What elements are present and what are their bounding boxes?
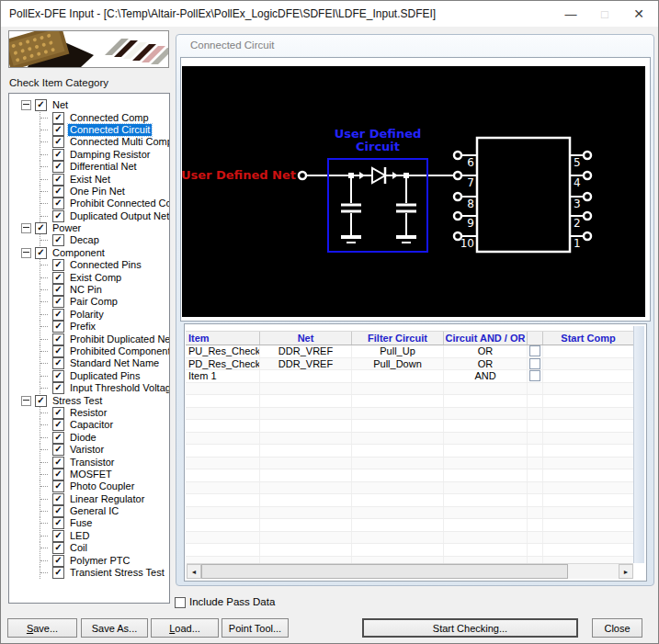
checkbox-cell[interactable]	[528, 358, 543, 370]
tree-item-label[interactable]: Connected Multi Comp	[68, 136, 170, 148]
tree-item-row[interactable]: ✓Fuse	[9, 517, 169, 529]
tree-item-row[interactable]: ✓Connected Comp	[9, 111, 169, 123]
table-cell[interactable]: Pull_Up	[352, 345, 444, 357]
maximize-button[interactable]: □	[589, 1, 620, 27]
tree-item-checkbox[interactable]: ✓	[52, 480, 64, 492]
tree-item-label[interactable]: Transistor	[68, 457, 117, 469]
tree-item-row[interactable]: ✓LED	[9, 530, 169, 542]
tree-category-row[interactable]: ✓Net	[9, 99, 169, 111]
tree-category-row[interactable]: ✓Component	[9, 247, 169, 259]
save-button[interactable]: Save...	[7, 618, 77, 638]
tree-item-label[interactable]: Pair Comp	[68, 296, 119, 308]
close-icon[interactable]: ✕	[623, 1, 654, 27]
tree-item-checkbox[interactable]: ✓	[52, 333, 64, 345]
tree-item-row[interactable]: ✓Transient Stress Test	[9, 567, 169, 579]
tree-item-label[interactable]: Differential Net	[68, 161, 139, 173]
tree-item-label[interactable]: Polarity	[68, 309, 106, 321]
tree-item-checkbox[interactable]: ✓	[52, 382, 64, 394]
tree-item-row[interactable]: ✓Prohibit Duplicated Net	[9, 333, 169, 345]
tree-item-row[interactable]: ✓Prohibit Connected Comp	[9, 198, 169, 209]
tree-category-row[interactable]: ✓Power	[9, 222, 169, 234]
tree-item-row[interactable]: ✓Connected Circuit	[9, 124, 169, 136]
tree-item-checkbox[interactable]: ✓	[52, 419, 64, 431]
table-cell[interactable]	[352, 370, 444, 382]
tree-item-label[interactable]: Linear Regulator	[68, 493, 146, 505]
table-cell[interactable]: DDR_VREF	[260, 345, 352, 357]
table-cell[interactable]	[543, 370, 633, 382]
tree-item-label[interactable]: Fuse	[68, 517, 94, 529]
tree-item-label[interactable]: Connected Circuit	[68, 124, 152, 136]
tree-item-row[interactable]: ✓Polymer PTC	[9, 554, 169, 566]
table-cell[interactable]	[543, 345, 633, 357]
start-comp-checkbox[interactable]	[529, 345, 540, 356]
tree-item-checkbox[interactable]: ✓	[35, 99, 47, 111]
tree-item-checkbox[interactable]: ✓	[35, 395, 47, 407]
tree-item-row[interactable]: ✓Resistor	[9, 407, 169, 419]
tree-item-checkbox[interactable]: ✓	[35, 247, 47, 259]
vertical-scrollbar[interactable]	[633, 326, 644, 563]
tree-item-label[interactable]: Duplicated Output Net	[68, 210, 170, 222]
tree-item-label[interactable]: Power	[51, 222, 83, 234]
tree-item-label[interactable]: Input Threshold Voltage	[68, 382, 170, 394]
tree-item-checkbox[interactable]: ✓	[52, 309, 64, 321]
tree-item-row[interactable]: ✓Polarity	[9, 309, 169, 321]
table-cell[interactable]: AND	[444, 370, 528, 382]
point-tool-button[interactable]: Point Tool...	[222, 618, 289, 638]
tree-item-label[interactable]: Prohibit Connected Comp	[68, 198, 170, 209]
tree-item-row[interactable]: ✓Photo Coupler	[9, 480, 169, 492]
tree-item-label[interactable]: Connected Comp	[68, 112, 151, 124]
table-cell[interactable]: Item 1	[186, 370, 260, 382]
tree-item-checkbox[interactable]: ✓	[52, 432, 64, 444]
tree-item-checkbox[interactable]: ✓	[52, 124, 64, 136]
tree-item-checkbox[interactable]: ✓	[52, 161, 64, 173]
tree-item-row[interactable]: ✓Differential Net	[9, 161, 169, 173]
scroll-right-icon[interactable]: ►	[619, 564, 633, 579]
tree-item-label[interactable]: Component	[51, 247, 107, 259]
table-cell[interactable]: PU_Res_Check	[186, 345, 260, 357]
tree-item-row[interactable]: ✓Duplicated Output Net	[9, 210, 169, 222]
tree-item-checkbox[interactable]: ✓	[52, 284, 64, 296]
tree-item-label[interactable]: General IC	[68, 505, 120, 517]
tree-item-row[interactable]: ✓Exist Comp	[9, 271, 169, 283]
tree-item-label[interactable]: Diode	[68, 432, 98, 444]
tree-item-checkbox[interactable]: ✓	[52, 321, 64, 333]
tree-item-row[interactable]: ✓Varistor	[9, 444, 169, 456]
tree-item-checkbox[interactable]: ✓	[52, 112, 64, 124]
tree-item-checkbox[interactable]: ✓	[52, 567, 64, 579]
tree-item-label[interactable]: Transient Stress Test	[68, 567, 166, 579]
tree-item-label[interactable]: Resistor	[68, 407, 108, 419]
tree-item-row[interactable]: ✓Input Threshold Voltage	[9, 382, 169, 394]
load-button[interactable]: Load...	[151, 618, 219, 638]
tree-item-label[interactable]: Varistor	[68, 444, 106, 456]
tree-item-checkbox[interactable]: ✓	[52, 234, 64, 246]
collapse-minus-icon[interactable]	[21, 396, 31, 406]
tree-item-checkbox[interactable]: ✓	[52, 444, 64, 456]
tree-item-checkbox[interactable]: ✓	[52, 136, 64, 148]
tree-item-label[interactable]: Standard Net Name	[68, 357, 161, 369]
scrollbar-thumb[interactable]	[201, 564, 568, 579]
tree-item-label[interactable]: One Pin Net	[68, 186, 127, 198]
tree-item-row[interactable]: ✓MOSFET	[9, 469, 169, 480]
tree-item-row[interactable]: ✓Damping Resistor	[9, 149, 169, 161]
tree-item-row[interactable]: ✓Capacitor	[9, 419, 169, 431]
tree-item-label[interactable]: Exist Comp	[68, 272, 123, 284]
tree-item-checkbox[interactable]: ✓	[52, 517, 64, 529]
tree-item-checkbox[interactable]: ✓	[52, 296, 64, 308]
tree-item-checkbox[interactable]: ✓	[52, 457, 64, 469]
tree-item-row[interactable]: ✓Standard Net Name	[9, 357, 169, 369]
tree-item-row[interactable]: ✓NC Pin	[9, 284, 169, 296]
save-as-button[interactable]: Save As...	[81, 618, 148, 638]
tree-item-checkbox[interactable]: ✓	[52, 505, 64, 517]
tree-item-row[interactable]: ✓One Pin Net	[9, 186, 169, 198]
table-cell[interactable]: PD_Res_Check	[186, 358, 260, 370]
tree-item-row[interactable]: ✓Coil	[9, 542, 169, 554]
tree-item-row[interactable]: ✓Connected Multi Comp	[9, 136, 169, 148]
tree-item-row[interactable]: ✓Connected Pins	[9, 259, 169, 271]
table-cell[interactable]: OR	[444, 345, 528, 357]
check-item-tree[interactable]: ✓Net✓Connected Comp✓Connected Circuit✓Co…	[8, 93, 170, 604]
scroll-left-icon[interactable]: ◄	[187, 564, 201, 579]
tree-item-checkbox[interactable]: ✓	[52, 210, 64, 222]
tree-item-checkbox[interactable]: ✓	[52, 357, 64, 369]
tree-item-label[interactable]: Damping Resistor	[68, 149, 152, 161]
tree-item-row[interactable]: ✓General IC	[9, 505, 169, 517]
